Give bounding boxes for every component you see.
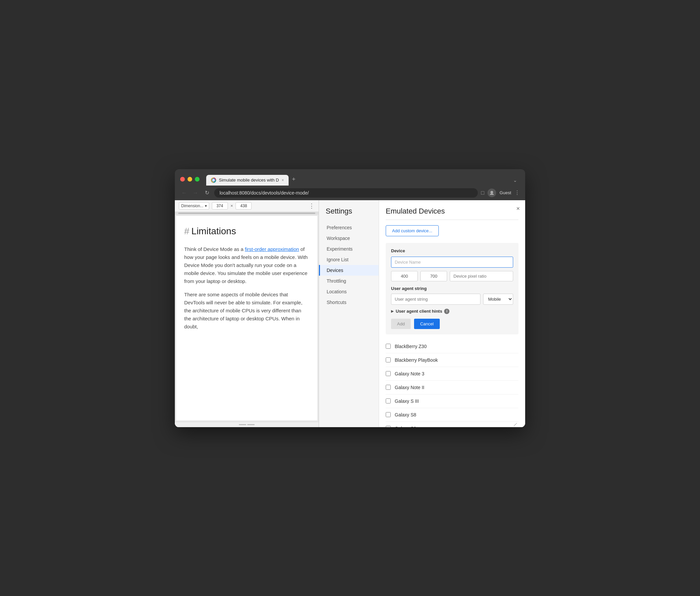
device-width-input[interactable]: [391, 271, 418, 281]
hints-label: User agent client hints: [396, 309, 442, 314]
horizontal-scrollbar[interactable]: [175, 212, 319, 215]
heading-hash: #: [184, 224, 190, 239]
browser-window: Simulate mobile devices with D × + ⌄ ← →…: [175, 169, 525, 427]
tab-title: Simulate mobile devices with D: [219, 177, 279, 182]
refresh-btn[interactable]: ↻: [203, 190, 211, 196]
traffic-lights: [180, 177, 200, 181]
paragraph-1: Think of Device Mode as a first-order ap…: [184, 245, 309, 285]
device-checkbox-galaxy-note-3[interactable]: [386, 371, 391, 376]
cancel-device-btn[interactable]: Cancel: [414, 319, 440, 329]
device-height-input[interactable]: [420, 271, 447, 281]
sidebar-item-devices[interactable]: Devices: [319, 265, 379, 276]
device-checkbox-galaxy-s-iii[interactable]: [386, 398, 391, 403]
list-item: Blackberry PlayBook: [386, 353, 519, 367]
main-content: Dimension... ▾ × ⋮ # Limitations Thin: [175, 200, 525, 427]
sidebar-item-ignore-list[interactable]: Ignore List: [319, 254, 379, 265]
height-input[interactable]: [235, 202, 252, 209]
form-device-label: Device: [391, 248, 513, 253]
address-bar: ← → ↻ □ Guest ⋮: [175, 185, 525, 200]
page-heading: # Limitations: [184, 224, 309, 239]
device-checkbox-blackberry-z30[interactable]: [386, 344, 391, 349]
device-checkbox-galaxy-s8[interactable]: [386, 412, 391, 417]
device-name-galaxy-note-3: Galaxy Note 3: [395, 371, 424, 376]
devtools-more-btn[interactable]: ⋮: [309, 202, 315, 209]
user-agent-type-select[interactable]: Mobile Desktop: [483, 294, 513, 305]
panel-title: Emulated Devices: [386, 207, 519, 220]
webpage-content[interactable]: # Limitations Think of Device Mode as a …: [176, 216, 317, 420]
sidebar-item-throttling[interactable]: Throttling: [319, 276, 379, 286]
sidebar-item-shortcuts[interactable]: Shortcuts: [319, 297, 379, 308]
device-name-blackberry-playbook: Blackberry PlayBook: [395, 357, 438, 363]
form-actions: Add Cancel: [391, 319, 513, 329]
svg-point-2: [491, 191, 493, 194]
title-bar: Simulate mobile devices with D × + ⌄: [175, 169, 525, 185]
close-settings-btn[interactable]: ×: [516, 205, 520, 212]
list-item: Galaxy S9+: [386, 422, 519, 427]
width-input[interactable]: [212, 202, 228, 209]
user-agent-row: Mobile Desktop: [391, 294, 513, 305]
user-label: Guest: [499, 190, 511, 195]
toolbar-right: □ Guest ⋮: [481, 189, 520, 197]
device-name-galaxy-s-iii: Galaxy S III: [395, 398, 419, 404]
dimension-dropdown-icon: ▾: [205, 203, 207, 208]
add-custom-device-btn[interactable]: Add custom device...: [386, 225, 439, 236]
add-device-submit-btn[interactable]: Add: [391, 319, 411, 329]
list-item: Galaxy Note II: [386, 381, 519, 394]
active-tab[interactable]: Simulate mobile devices with D ×: [206, 175, 289, 185]
list-item: Galaxy S III: [386, 394, 519, 408]
user-agent-label: User agent string: [391, 286, 513, 291]
back-btn[interactable]: ←: [180, 190, 188, 196]
settings-title: Settings: [319, 207, 379, 222]
settings-sidebar: Settings Preferences Workspace Experimen…: [319, 200, 379, 427]
browser-menu-btn[interactable]: ⋮: [515, 190, 520, 196]
svg-point-1: [212, 179, 215, 181]
device-checkbox-galaxy-s9plus[interactable]: [386, 426, 391, 427]
device-pixel-ratio-input[interactable]: [450, 271, 513, 281]
minimize-window-btn[interactable]: [188, 177, 192, 181]
hints-arrow-icon: ▶: [391, 309, 394, 313]
device-name-blackberry-z30: BlackBerry Z30: [395, 344, 427, 349]
list-item: Galaxy S8: [386, 408, 519, 422]
settings-panel: Settings Preferences Workspace Experimen…: [319, 200, 525, 427]
bottom-toolbar: ⟋: [175, 422, 319, 427]
dimension-label: Dimension...: [181, 203, 203, 208]
sidebar-item-experiments[interactable]: Experiments: [319, 244, 379, 254]
first-order-link[interactable]: first-order approximation: [245, 246, 299, 252]
heading-text: Limitations: [192, 224, 236, 239]
device-list: BlackBerry Z30 Blackberry PlayBook Galax…: [386, 340, 519, 427]
tab-close-btn[interactable]: ×: [282, 178, 284, 182]
chrome-favicon-icon: [211, 177, 216, 183]
para1-text: Think of Device Mode as a: [184, 246, 245, 252]
list-item: BlackBerry Z30: [386, 340, 519, 353]
device-checkbox-galaxy-note-ii[interactable]: [386, 385, 391, 390]
device-checkbox-blackberry-playbook[interactable]: [386, 357, 391, 363]
device-toolbar: Dimension... ▾ × ⋮: [175, 200, 319, 212]
hints-info-icon[interactable]: i: [444, 309, 449, 314]
device-dimensions-row: [391, 271, 513, 281]
tab-menu-btn[interactable]: ⌄: [510, 175, 520, 185]
tabs-area: Simulate mobile devices with D × + ⌄: [206, 173, 520, 185]
window-controls-btn[interactable]: □: [481, 190, 484, 196]
forward-btn[interactable]: →: [192, 190, 200, 196]
device-name-input[interactable]: [391, 257, 513, 268]
sidebar-item-locations[interactable]: Locations: [319, 286, 379, 297]
user-avatar[interactable]: [488, 189, 496, 197]
sidebar-item-workspace[interactable]: Workspace: [319, 233, 379, 244]
emulated-devices-panel: × Emulated Devices Add custom device... …: [379, 200, 525, 427]
paragraph-2: There are some aspects of mobile devices…: [184, 291, 309, 331]
dimension-select[interactable]: Dimension... ▾: [179, 202, 209, 209]
webpage-panel: Dimension... ▾ × ⋮ # Limitations Thin: [175, 200, 319, 427]
device-name-galaxy-note-ii: Galaxy Note II: [395, 385, 424, 390]
device-name-galaxy-s9plus: Galaxy S9+: [395, 426, 419, 427]
resize-handle: [239, 424, 255, 425]
device-form: Device User agent string Mobile Desktop: [386, 243, 519, 334]
user-agent-hints-row[interactable]: ▶ User agent client hints i: [391, 309, 513, 314]
maximize-window-btn[interactable]: [195, 177, 200, 181]
address-input[interactable]: [214, 188, 478, 198]
device-name-galaxy-s8: Galaxy S8: [395, 412, 417, 418]
user-agent-input[interactable]: [391, 294, 480, 305]
sidebar-item-preferences[interactable]: Preferences: [319, 222, 379, 233]
new-tab-btn[interactable]: +: [289, 173, 299, 185]
close-window-btn[interactable]: [180, 177, 185, 181]
list-item: Galaxy Note 3: [386, 367, 519, 381]
